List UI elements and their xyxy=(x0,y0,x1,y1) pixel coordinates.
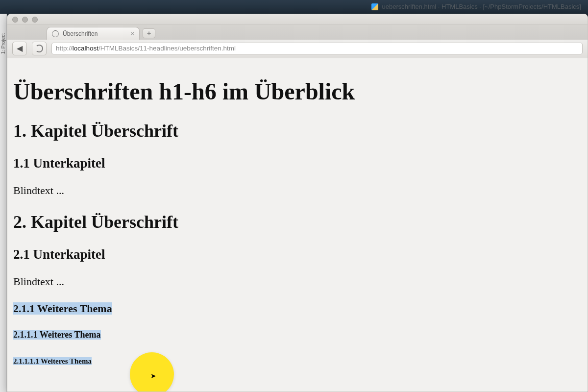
selected-text: 2.1.1.1 Weiteres Thema xyxy=(13,330,101,340)
browser-tab[interactable]: Überschriften × xyxy=(47,27,140,40)
window-titlebar xyxy=(7,14,588,25)
reload-button[interactable] xyxy=(32,42,47,55)
background-ide-titlebar: ueberschriften.html · HTMLBasics · [~/Ph… xyxy=(0,0,588,14)
mouse-cursor-icon: ➤ xyxy=(150,372,156,380)
paragraph-1: Blindtext ... xyxy=(13,184,582,197)
minimize-icon[interactable] xyxy=(22,17,28,23)
tab-strip: Überschriften × + xyxy=(7,25,588,40)
page-heading-h1: Überschriften h1-h6 im Überblick xyxy=(13,78,582,105)
tab-title: Überschriften xyxy=(63,30,98,37)
back-button[interactable]: ◀ xyxy=(12,42,27,55)
new-tab-button[interactable]: + xyxy=(143,28,155,38)
ide-project-toolwindow-label[interactable]: 1: Project xyxy=(0,33,6,54)
page-viewport[interactable]: Überschriften h1-h6 im Überblick 1. Kapi… xyxy=(7,58,588,392)
close-icon[interactable] xyxy=(12,17,18,23)
heading-topic-2-1-1-1: 2.1.1.1 Weiteres Thema xyxy=(13,330,582,340)
loading-favicon-icon xyxy=(52,30,59,37)
paragraph-2: Blindtext ... xyxy=(13,275,582,288)
ide-app-icon xyxy=(371,3,378,10)
heading-subchapter-2-1: 2.1 Unterkapitel xyxy=(13,247,582,262)
tab-close-icon[interactable]: × xyxy=(130,30,134,37)
heading-topic-2-1-1: 2.1.1 Weiteres Thema xyxy=(13,302,582,315)
heading-topic-2-1-1-1-1: 2.1.1.1.1 Weiteres Thema xyxy=(13,357,582,366)
browser-window: Überschriften × + ◀ http://localhost/HTM… xyxy=(7,14,588,392)
heading-subchapter-1-1: 1.1 Unterkapitel xyxy=(13,156,582,171)
url-path: /HTMLBasics/11-headlines/ueberschriften.… xyxy=(98,45,236,52)
address-bar[interactable]: http://localhost/HTMLBasics/11-headlines… xyxy=(51,43,583,54)
back-arrow-icon: ◀ xyxy=(17,44,23,53)
ide-window-title: ueberschriften.html · HTMLBasics · [~/Ph… xyxy=(382,3,581,10)
reload-icon xyxy=(35,45,43,52)
ide-left-gutter: 1: Project xyxy=(0,14,7,392)
plus-icon: + xyxy=(147,29,151,37)
url-scheme: http:// xyxy=(56,45,73,52)
heading-chapter-2: 2. Kapitel Überschrift xyxy=(13,212,582,232)
url-host: localhost xyxy=(73,45,98,52)
navigation-toolbar: ◀ http://localhost/HTMLBasics/11-headlin… xyxy=(7,40,588,57)
selected-text: 2.1.1 Weiteres Thema xyxy=(13,302,112,315)
heading-chapter-1: 1. Kapitel Überschrift xyxy=(13,121,582,141)
selected-text: 2.1.1.1.1 Weiteres Thema xyxy=(13,357,92,365)
zoom-icon[interactable] xyxy=(32,17,38,23)
